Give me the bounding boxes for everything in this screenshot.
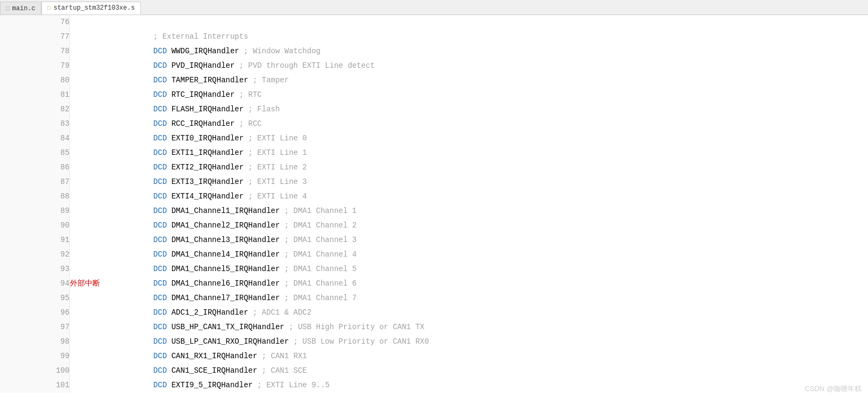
table-row: 76 — [0, 15, 868, 30]
dcd-keyword: DCD — [153, 352, 167, 360]
dcd-keyword: DCD — [153, 207, 167, 215]
table-row: 90 DCD DMA1_Channel2_IRQHandler ; DMA1 C… — [0, 218, 868, 233]
dcd-keyword: DCD — [153, 265, 167, 273]
line-comment: ; EXTI Line 0 — [244, 134, 307, 143]
line-comment: ; EXTI Line 4 — [244, 192, 307, 201]
table-row: 94外部中断 DCD DMA1_Channel6_IRQHandler ; DM… — [0, 276, 868, 291]
annotation-cell — [70, 378, 154, 393]
code-cell: DCD WWDG_IRQHandler ; Window Watchdog — [153, 44, 867, 59]
line-number: 86 — [0, 160, 70, 175]
dcd-keyword: DCD — [153, 105, 167, 113]
table-row: 85 DCD EXTI1_IRQHandler ; EXTI Line 1 — [0, 146, 868, 160]
tab-label: main.c — [12, 5, 35, 12]
annotation-cell — [70, 102, 154, 117]
line-number: 77 — [0, 30, 70, 44]
code-cell: DCD RCC_IRQHandler ; RCC — [153, 117, 867, 131]
annotation-cell — [70, 218, 154, 233]
line-comment: ; DMA1 Channel 3 — [280, 236, 357, 244]
line-comment: ; USB Low Priority or CAN1 RX0 — [289, 337, 429, 346]
annotation-cell — [70, 88, 154, 102]
line-number: 85 — [0, 146, 70, 160]
dcd-keyword: DCD — [153, 381, 167, 389]
dcd-keyword: DCD — [153, 177, 167, 186]
annotation-cell — [70, 30, 154, 44]
code-cell: DCD EXTI0_IRQHandler ; EXTI Line 0 — [153, 131, 867, 146]
dcd-keyword: DCD — [153, 236, 167, 244]
code-cell: DCD EXTI9_5_IRQHandler ; EXTI Line 9..5 — [153, 378, 867, 393]
line-number: 101 — [0, 378, 70, 393]
dcd-keyword: DCD — [153, 279, 167, 288]
line-number: 99 — [0, 349, 70, 364]
tab-startup[interactable]: □startup_stm32f103xe.s — [41, 2, 141, 15]
code-cell: DCD CAN1_SCE_IRQHandler ; CAN1 SCE — [153, 364, 867, 378]
line-comment: ; DMA1 Channel 5 — [280, 265, 357, 273]
tab-label: startup_stm32f103xe.s — [53, 4, 134, 12]
code-cell: DCD PVD_IRQHandler ; PVD through EXTI Li… — [153, 59, 867, 73]
code-table: 7677 ; External Interrupts78 DCD WWDG_IR… — [0, 15, 868, 393]
code-cell: DCD DMA1_Channel1_IRQHandler ; DMA1 Chan… — [153, 204, 867, 218]
table-row: 80 DCD TAMPER_IRQHandler ; Tamper — [0, 73, 868, 88]
line-comment: ; DMA1 Channel 6 — [280, 279, 357, 288]
table-row: 96 DCD ADC1_2_IRQHandler ; ADC1 & ADC2 — [0, 305, 868, 320]
line-number: 82 — [0, 102, 70, 117]
line-number: 98 — [0, 335, 70, 349]
line-number: 97 — [0, 320, 70, 335]
line-comment: ; CAN1 SCE — [257, 366, 307, 375]
line-number: 96 — [0, 305, 70, 320]
line-number: 79 — [0, 59, 70, 73]
code-cell: DCD TAMPER_IRQHandler ; Tamper — [153, 73, 867, 88]
line-comment: ; EXTI Line 1 — [244, 148, 307, 157]
line-comment: ; PVD through EXTI Line detect — [234, 61, 374, 70]
line-number: 94 — [0, 276, 70, 291]
code-cell: DCD DMA1_Channel4_IRQHandler ; DMA1 Chan… — [153, 247, 867, 262]
table-row: 83 DCD RCC_IRQHandler ; RCC — [0, 117, 868, 131]
annotation-cell — [70, 131, 154, 146]
dcd-keyword: DCD — [153, 366, 167, 375]
line-comment: ; DMA1 Channel 2 — [280, 221, 357, 230]
code-cell: DCD USB_LP_CAN1_RXO_IRQHandler ; USB Low… — [153, 335, 867, 349]
line-number: 76 — [0, 15, 70, 30]
annotation-cell — [70, 305, 154, 320]
annotation-cell — [70, 233, 154, 247]
watermark: CSDN @咖喱年糕 — [805, 384, 862, 394]
annotation-cell — [70, 15, 154, 30]
code-cell: DCD DMA1_Channel5_IRQHandler ; DMA1 Chan… — [153, 262, 867, 276]
line-number: 91 — [0, 233, 70, 247]
annotation-cell — [70, 349, 154, 364]
line-comment: ; DMA1 Channel 1 — [280, 207, 357, 215]
tab-main-c[interactable]: □main.c — [0, 2, 41, 15]
table-row: 86 DCD EXTI2_IRQHandler ; EXTI Line 2 — [0, 160, 868, 175]
dcd-keyword: DCD — [153, 148, 167, 157]
dcd-keyword: DCD — [153, 76, 167, 84]
code-cell: ; External Interrupts — [153, 30, 867, 44]
code-cell: DCD FLASH_IRQHandler ; Flash — [153, 102, 867, 117]
line-comment: ; DMA1 Channel 4 — [280, 250, 357, 259]
table-row: 78 DCD WWDG_IRQHandler ; Window Watchdog — [0, 44, 868, 59]
dcd-keyword: DCD — [153, 250, 167, 259]
dcd-keyword: DCD — [153, 221, 167, 230]
line-number: 92 — [0, 247, 70, 262]
table-row: 98 DCD USB_LP_CAN1_RXO_IRQHandler ; USB … — [0, 335, 868, 349]
line-number: 88 — [0, 189, 70, 204]
code-cell: DCD DMA1_Channel2_IRQHandler ; DMA1 Chan… — [153, 218, 867, 233]
code-cell: DCD EXTI1_IRQHandler ; EXTI Line 1 — [153, 146, 867, 160]
line-number: 84 — [0, 131, 70, 146]
line-comment: ; RCC — [234, 119, 261, 128]
dcd-keyword: DCD — [153, 90, 167, 99]
table-row: 88 DCD EXTI4_IRQHandler ; EXTI Line 4 — [0, 189, 868, 204]
annotation-cell — [70, 146, 154, 160]
dcd-keyword: DCD — [153, 323, 167, 331]
annotation-cell — [70, 175, 154, 189]
annotation-cell — [70, 335, 154, 349]
line-comment: ; EXTI Line 3 — [244, 177, 307, 186]
line-comment: ; CAN1 RX1 — [257, 352, 307, 360]
dcd-keyword: DCD — [153, 119, 167, 128]
dcd-keyword: DCD — [153, 337, 167, 346]
line-number: 87 — [0, 175, 70, 189]
line-number: 90 — [0, 218, 70, 233]
annotation-cell — [70, 160, 154, 175]
annotation-cell — [70, 291, 154, 305]
dcd-keyword: DCD — [153, 134, 167, 143]
annotation-cell — [70, 247, 154, 262]
code-cell: DCD EXTI3_IRQHandler ; EXTI Line 3 — [153, 175, 867, 189]
